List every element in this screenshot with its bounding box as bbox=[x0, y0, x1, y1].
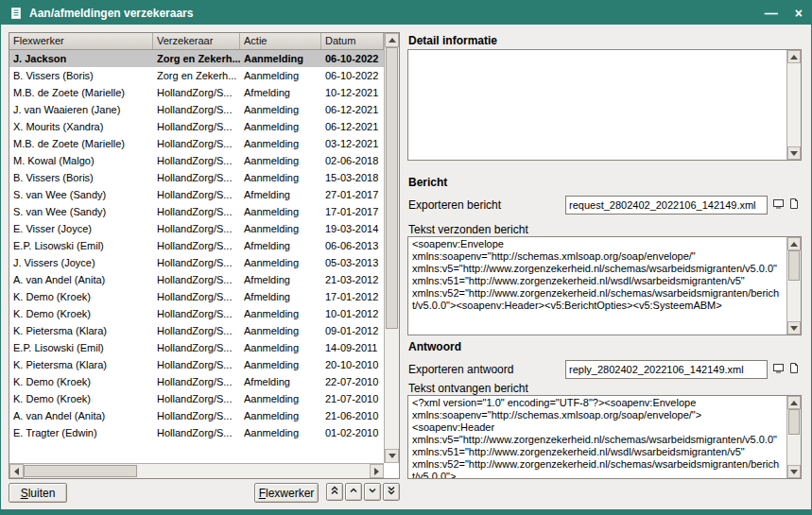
scroll-thumb[interactable] bbox=[386, 47, 398, 329]
table-horizontal-scrollbar[interactable] bbox=[9, 463, 384, 478]
triangle-up-icon bbox=[389, 38, 396, 43]
last-record-button[interactable] bbox=[383, 483, 400, 501]
table-cell: HollandZorg/S... bbox=[153, 271, 240, 288]
scroll-down-button[interactable] bbox=[787, 146, 801, 160]
column-header-flexwerker[interactable]: Flexwerker bbox=[9, 33, 153, 49]
table-cell: K. Demo (Kroek) bbox=[9, 390, 153, 407]
table-row[interactable]: B. Vissers (Boris)Zorg en Zekerh...Aanme… bbox=[9, 67, 384, 84]
table-row[interactable]: K. Demo (Kroek)HollandZorg/S...Aanmeldin… bbox=[9, 390, 384, 407]
table-row[interactable]: A. van Andel (Anita)HollandZorg/S...Aanm… bbox=[9, 407, 384, 424]
table-vertical-scrollbar[interactable] bbox=[384, 33, 399, 463]
previous-record-button[interactable] bbox=[345, 483, 362, 501]
table-cell: Afmelding bbox=[240, 373, 321, 390]
table-cell: 06-10-2022 bbox=[321, 67, 384, 84]
table-cell: HollandZorg/S... bbox=[153, 101, 240, 118]
table-body: J. JacksonZorg en Zekerh...Aanmelding06-… bbox=[9, 50, 384, 463]
scroll-up-button[interactable] bbox=[787, 237, 801, 250]
table-row[interactable]: B. Vissers (Boris)HollandZorg/S...Aanmel… bbox=[9, 169, 384, 186]
scroll-down-button[interactable] bbox=[385, 449, 399, 463]
table-cell: 17-01-2012 bbox=[321, 288, 384, 305]
sluiten-button[interactable]: Sluiten bbox=[9, 483, 67, 503]
table-row[interactable]: K. Pietersma (Klara)HollandZorg/S...Aanm… bbox=[9, 322, 384, 339]
table-row[interactable]: E.P. Lisowski (Emil)HollandZorg/S...Afme… bbox=[9, 237, 384, 254]
scroll-thumb[interactable] bbox=[788, 409, 800, 435]
detail-scrollbar[interactable] bbox=[786, 50, 801, 160]
column-header-datum[interactable]: Datum bbox=[321, 33, 384, 49]
scroll-track[interactable] bbox=[787, 409, 801, 465]
table-row[interactable]: J. JacksonZorg en Zekerh...Aanmelding06-… bbox=[9, 50, 384, 67]
first-record-button[interactable] bbox=[326, 483, 343, 501]
table-row[interactable]: S. van Wee (Sandy)HollandZorg/S...Afmeld… bbox=[9, 186, 384, 203]
table-cell: Aanmelding bbox=[240, 390, 321, 407]
scroll-track[interactable] bbox=[385, 47, 399, 449]
scroll-track[interactable] bbox=[24, 464, 370, 478]
column-header-verzekeraar[interactable]: Verzekeraar bbox=[153, 33, 240, 49]
table-cell: HollandZorg/S... bbox=[153, 390, 240, 407]
window-title: Aan/afmeldingen verzekeraars bbox=[29, 7, 193, 20]
table-row[interactable]: K. Demo (Kroek)HollandZorg/S...Afmelding… bbox=[9, 373, 384, 390]
table-row[interactable]: J. Vissers (Joyce)HollandZorg/S...Aanmel… bbox=[9, 254, 384, 271]
exporteren-antwoord-input[interactable] bbox=[565, 360, 768, 379]
table-row[interactable]: K. Demo (Kroek)HollandZorg/S...Aanmeldin… bbox=[9, 305, 384, 322]
detail-informatie-box[interactable] bbox=[407, 49, 802, 161]
table-row[interactable]: M.B. de Zoete (Marielle)HollandZorg/S...… bbox=[9, 135, 384, 152]
table-cell: J. Jackson bbox=[9, 50, 153, 67]
table-row[interactable]: K. Pietersma (Klara)HollandZorg/S...Aanm… bbox=[9, 356, 384, 373]
table-row[interactable]: M. Kowal (Malgo)HollandZorg/S...Aanmeldi… bbox=[9, 152, 384, 169]
table-cell: Zorg en Zekerh... bbox=[153, 67, 240, 84]
scroll-up-button[interactable] bbox=[385, 33, 399, 47]
table-row[interactable]: S. van Wee (Sandy)HollandZorg/S...Aanmel… bbox=[9, 203, 384, 220]
table-row[interactable]: K. Demo (Kroek)HollandZorg/S...Afmelding… bbox=[9, 288, 384, 305]
minimize-button[interactable]: — bbox=[765, 6, 778, 21]
scroll-down-button[interactable] bbox=[787, 465, 801, 478]
verzonden-scrollbar[interactable] bbox=[786, 237, 801, 335]
scroll-right-button[interactable] bbox=[370, 464, 384, 478]
table-row[interactable]: X. Mourits (Xandra)HollandZorg/S...Aanme… bbox=[9, 118, 384, 135]
table-cell: Afmelding bbox=[240, 237, 321, 254]
scroll-down-button[interactable] bbox=[787, 321, 801, 335]
window-icon bbox=[9, 7, 23, 20]
scroll-track[interactable] bbox=[787, 63, 801, 146]
open-antwoord-file-button[interactable] bbox=[786, 361, 801, 378]
table-cell: Aanmelding bbox=[240, 356, 321, 373]
flexwerker-button[interactable]: Flexwerker bbox=[254, 483, 319, 503]
close-button[interactable]: × bbox=[795, 6, 803, 21]
table-cell: Aanmelding bbox=[240, 67, 321, 84]
scroll-up-button[interactable] bbox=[787, 50, 801, 63]
table-cell: 20-10-2010 bbox=[321, 356, 384, 373]
scroll-thumb[interactable] bbox=[24, 465, 137, 477]
table-row[interactable]: J. van Waaieren (Jane)HollandZorg/S...Aa… bbox=[9, 101, 384, 118]
scroll-up-button[interactable] bbox=[787, 396, 801, 409]
table-cell: 05-03-2013 bbox=[321, 254, 384, 271]
table-cell: Aanmelding bbox=[240, 101, 321, 118]
exporteren-bericht-input[interactable] bbox=[565, 196, 768, 215]
table-cell: Afmelding bbox=[240, 288, 321, 305]
table-cell: X. Mourits (Xandra) bbox=[9, 118, 153, 135]
view-bericht-button[interactable] bbox=[771, 197, 786, 214]
next-record-button[interactable] bbox=[364, 483, 381, 501]
view-antwoord-button[interactable] bbox=[771, 361, 786, 378]
ontvangen-bericht-box[interactable]: <?xml version="1.0" encoding="UTF-8"?><s… bbox=[407, 395, 802, 479]
table-header: Flexwerker Verzekeraar Actie Datum bbox=[9, 33, 384, 50]
scroll-thumb[interactable] bbox=[788, 250, 800, 281]
table-cell: Afmelding bbox=[240, 84, 321, 101]
table-cell: K. Demo (Kroek) bbox=[9, 288, 153, 305]
table-row[interactable]: E. Tragter (Edwin)HollandZorg/S...Aanmel… bbox=[9, 424, 384, 441]
table-row[interactable]: E.P. Lisowski (Emil)HollandZorg/S...Aanm… bbox=[9, 339, 384, 356]
table-row[interactable]: A. van Andel (Anita)HollandZorg/S...Afme… bbox=[9, 271, 384, 288]
table-cell: K. Pietersma (Klara) bbox=[9, 356, 153, 373]
scroll-left-button[interactable] bbox=[9, 464, 24, 478]
table-cell: S. van Wee (Sandy) bbox=[9, 186, 153, 203]
table-cell: 15-03-2018 bbox=[321, 169, 384, 186]
open-bericht-file-button[interactable] bbox=[786, 197, 801, 214]
table-cell: 22-07-2010 bbox=[321, 373, 384, 390]
table-row[interactable]: E. Visser (Joyce)HollandZorg/S...Aanmeld… bbox=[9, 220, 384, 237]
ontvangen-scrollbar[interactable] bbox=[786, 396, 801, 478]
exporteren-antwoord-label: Exporteren antwoord bbox=[408, 363, 513, 376]
table-row[interactable]: M.B. de Zoete (Marielle)HollandZorg/S...… bbox=[9, 84, 384, 101]
table-cell: HollandZorg/S... bbox=[153, 152, 240, 169]
scroll-track[interactable] bbox=[787, 250, 801, 321]
flexwerker-button-label: Flexwerker bbox=[259, 487, 315, 500]
verzonden-bericht-box[interactable]: <soapenv:Envelope xmlns:soapenv="http://… bbox=[407, 236, 802, 335]
column-header-actie[interactable]: Actie bbox=[240, 33, 321, 49]
